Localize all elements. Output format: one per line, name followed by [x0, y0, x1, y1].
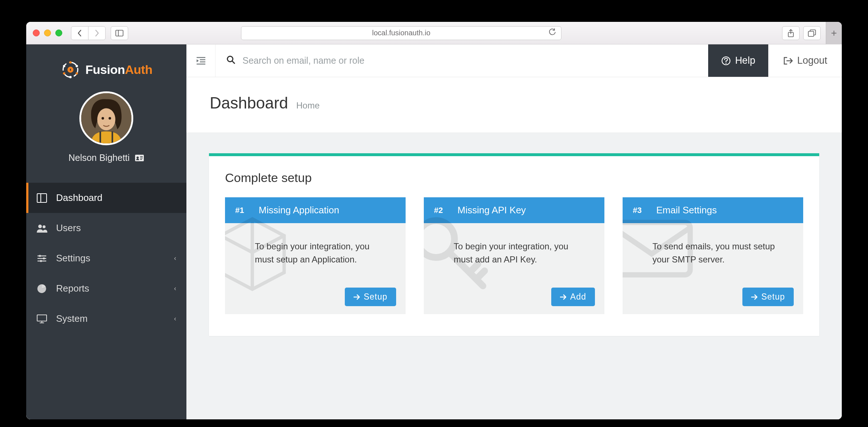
- help-icon: [721, 56, 731, 66]
- avatar-image: [81, 93, 131, 143]
- svg-point-8: [75, 72, 78, 74]
- url-bar[interactable]: local.fusionauth.io: [241, 26, 561, 40]
- forward-button[interactable]: [88, 26, 106, 40]
- setup-application-button[interactable]: Setup: [345, 288, 396, 306]
- sidebar-nav: Dashboard Users Settings ‹: [26, 176, 186, 334]
- button-label: Setup: [364, 292, 387, 302]
- pie-chart-icon: [36, 284, 47, 293]
- fusionauth-logo-icon: [60, 60, 80, 80]
- chevron-right-icon: [94, 29, 100, 37]
- svg-point-25: [43, 225, 46, 228]
- sidebar-item-label: Dashboard: [56, 192, 102, 203]
- chevron-left-icon: [77, 29, 83, 37]
- tabs-icon: [808, 29, 816, 37]
- panel-title: Complete setup: [225, 171, 803, 185]
- card-description: To send emails, you must setup your SMTP…: [652, 240, 784, 266]
- setup-card-email: #3 Email Settings To send emails, you mu…: [623, 197, 803, 314]
- svg-point-6: [69, 61, 71, 63]
- sliders-icon: [36, 254, 47, 263]
- setup-cards: #1 Missing Application To begin your int…: [225, 197, 803, 314]
- close-window-icon[interactable]: [33, 29, 40, 36]
- content-area: Complete setup #1 Missing Application To…: [186, 133, 842, 356]
- setup-panel: Complete setup #1 Missing Application To…: [209, 153, 819, 336]
- svg-point-18: [137, 157, 139, 159]
- sidebar-item-dashboard[interactable]: Dashboard: [26, 183, 186, 213]
- setup-card-application: #1 Missing Application To begin your int…: [225, 197, 406, 314]
- help-label: Help: [735, 55, 755, 66]
- maximize-window-icon[interactable]: [55, 29, 62, 36]
- page-header: Dashboard Home: [186, 77, 842, 133]
- browser-chrome: local.fusionauth.io +: [26, 22, 842, 44]
- share-icon: [787, 29, 794, 37]
- sidebar-item-reports[interactable]: Reports ‹: [26, 273, 186, 304]
- back-button[interactable]: [71, 26, 88, 40]
- minimize-window-icon[interactable]: [44, 29, 51, 36]
- users-icon: [36, 224, 47, 233]
- new-tab-button[interactable]: +: [826, 22, 842, 44]
- svg-rect-29: [39, 255, 41, 257]
- svg-point-14: [97, 108, 115, 130]
- svg-point-9: [69, 76, 71, 78]
- logout-button[interactable]: Logout: [768, 44, 842, 77]
- svg-point-7: [75, 65, 78, 67]
- indent-icon: [196, 57, 206, 65]
- search-wrap: [216, 44, 708, 77]
- svg-rect-22: [37, 194, 47, 202]
- url-text: local.fusionauth.io: [372, 29, 430, 37]
- svg-rect-32: [37, 315, 47, 321]
- id-card-icon[interactable]: [135, 154, 144, 162]
- svg-rect-31: [40, 260, 42, 262]
- sidebar-item-settings[interactable]: Settings ‹: [26, 243, 186, 273]
- svg-rect-0: [116, 30, 123, 36]
- svg-point-15: [102, 117, 104, 120]
- chevron-left-icon: ‹: [174, 315, 176, 323]
- help-button[interactable]: Help: [708, 44, 769, 77]
- app-body: FusionAuth: [26, 44, 842, 419]
- svg-point-24: [38, 225, 42, 228]
- browser-right-controls: [782, 26, 821, 40]
- sidebar-item-users[interactable]: Users: [26, 213, 186, 243]
- arrow-right-icon: [560, 294, 567, 300]
- nav-arrows: [71, 26, 106, 40]
- svg-point-10: [63, 72, 65, 74]
- logout-icon: [783, 56, 793, 65]
- svg-point-42: [725, 63, 726, 64]
- sidebar-item-label: Reports: [56, 283, 89, 294]
- dashboard-icon: [36, 193, 47, 203]
- brand-name: FusionAuth: [86, 63, 153, 77]
- add-apikey-button[interactable]: Add: [551, 288, 595, 306]
- sidebar-item-system[interactable]: System ‹: [26, 304, 186, 334]
- button-label: Setup: [761, 292, 785, 302]
- topbar: Help Logout: [186, 44, 842, 77]
- breadcrumb: Home: [296, 100, 320, 110]
- main-content: Help Logout Dashboard Home Complete setu…: [186, 44, 842, 419]
- username-text: Nelson Bighetti: [68, 153, 130, 163]
- card-description: To begin your integration, you must setu…: [255, 240, 387, 266]
- browser-window: local.fusionauth.io +: [26, 22, 842, 419]
- setup-card-apikey: #2 Missing API Key To begin your integra…: [424, 197, 604, 314]
- username: Nelson Bighetti: [68, 153, 144, 163]
- reload-icon[interactable]: [549, 28, 556, 37]
- sidebar-collapse-button[interactable]: [186, 44, 216, 77]
- search-icon: [226, 55, 235, 66]
- sidebar-item-label: Settings: [56, 253, 90, 264]
- monitor-icon: [36, 315, 47, 323]
- share-button[interactable]: [782, 26, 800, 40]
- search-input[interactable]: [242, 55, 697, 66]
- arrow-right-icon: [354, 294, 360, 300]
- sidebar-toggle-button[interactable]: [111, 26, 128, 40]
- chevron-left-icon: ‹: [174, 285, 176, 292]
- panel-icon: [115, 30, 123, 36]
- svg-point-16: [108, 117, 111, 120]
- sidebar: FusionAuth: [26, 44, 186, 419]
- user-profile: Nelson Bighetti: [26, 89, 186, 176]
- avatar[interactable]: [79, 91, 133, 145]
- brand-logo: FusionAuth: [26, 44, 186, 89]
- tabs-button[interactable]: [803, 26, 821, 40]
- svg-rect-30: [43, 257, 45, 259]
- logout-label: Logout: [797, 55, 827, 66]
- page-title: Dashboard: [210, 94, 288, 112]
- sidebar-item-label: System: [56, 313, 88, 324]
- chevron-left-icon: ‹: [174, 254, 176, 262]
- setup-email-button[interactable]: Setup: [742, 288, 794, 306]
